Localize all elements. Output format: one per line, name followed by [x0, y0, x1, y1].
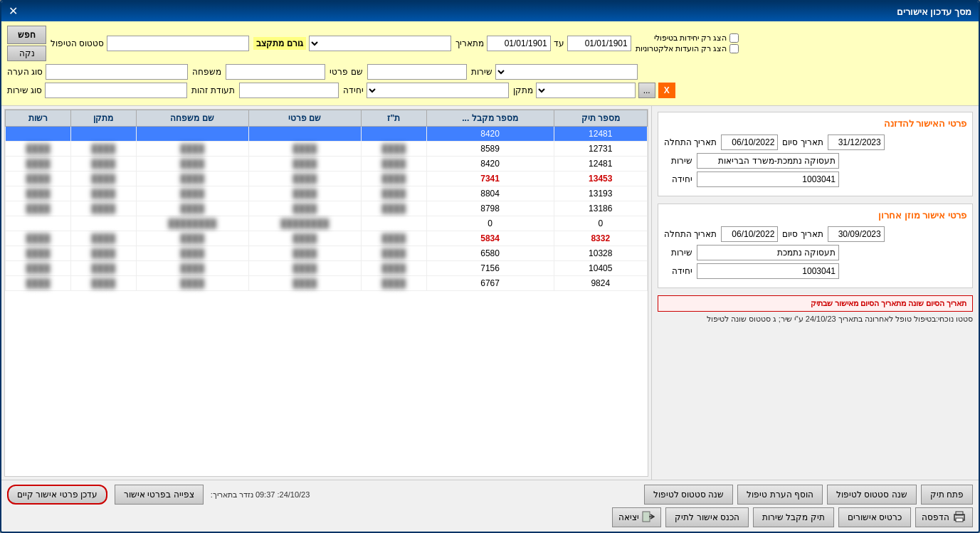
table-cell: ████ [70, 171, 136, 186]
table-cell: ████ [361, 142, 426, 157]
section2-unit[interactable] [697, 263, 839, 279]
data-table: מספר תיק מספר מקבל ... ת"ז שם פרטי שם מש… [5, 110, 648, 291]
table-cell [6, 127, 71, 142]
table-cell: 8804 [426, 186, 554, 201]
btn-update-existing[interactable]: עדכן פרטי אישור קיים [7, 485, 107, 505]
table-cell: ████ [248, 171, 361, 186]
cause-select[interactable] [309, 36, 451, 51]
date-from-input[interactable] [487, 36, 551, 51]
checkbox-electronic[interactable] [729, 44, 739, 53]
id-input[interactable] [239, 83, 339, 98]
btn-approval-cards[interactable]: כרטיס אישורים [838, 507, 911, 527]
section2-start-date[interactable] [721, 226, 778, 242]
table-cell: ████ [248, 201, 361, 216]
first-name-input[interactable] [367, 64, 467, 80]
table-cell: 6767 [426, 276, 554, 291]
main-content: פרטי האישור להדזנה תאריך סיום תאריך התחל… [1, 106, 979, 480]
table-cell: ████ [136, 246, 248, 261]
table-row[interactable]: 104057156████████████████████ [6, 261, 648, 276]
table-cell: ████ [361, 157, 426, 171]
checkbox-units-label[interactable]: הצג רק יחידות בטיפולי [654, 33, 739, 43]
title-bar: מסך עדכון אישורים ✕ [1, 1, 979, 21]
table-cell: ████ [70, 186, 136, 201]
table-cell: ████ [361, 186, 426, 201]
table-row[interactable]: 124818420████████████████████ [6, 157, 648, 171]
table-row[interactable]: 00████████████████ [6, 216, 648, 231]
table-cell: ████ [248, 276, 361, 291]
service-type-input[interactable] [45, 83, 187, 98]
table-cell: 10405 [554, 261, 647, 276]
btn-exit[interactable]: יציאה [612, 507, 661, 527]
section1-service[interactable] [697, 153, 839, 169]
btn-change-status-from[interactable]: שנה סטטוס לטיפול [827, 485, 917, 505]
col-recv-num: מספר מקבל ... [426, 110, 554, 127]
table-cell: ████ [6, 276, 71, 291]
treatment-status-input[interactable] [107, 36, 249, 51]
btn-view-approvals[interactable]: צפייה בפרטי אישור [115, 485, 204, 505]
bottom-row-1: פתח תיק שנה סטטוס לטיפול הוסף הערת טיפול… [7, 485, 973, 505]
table-row[interactable]: 131938804████████████████████ [6, 186, 648, 201]
table-cell: ████ [70, 142, 136, 157]
table-row[interactable]: 98246767████████████████████ [6, 276, 648, 291]
family-name-input[interactable] [226, 64, 325, 80]
table-cell: ████ [6, 231, 71, 246]
btn-change-status-to[interactable]: שנה סטטוס לטיפול [644, 485, 734, 505]
table-cell: 8798 [426, 201, 554, 216]
section1-start-date[interactable] [721, 134, 778, 150]
col-last-name: שם משפחה [136, 110, 248, 127]
checkbox-units[interactable] [729, 33, 739, 43]
col-authority: רשות [6, 110, 71, 127]
section1-dates-row: תאריך סיום תאריך התחלה [664, 134, 966, 150]
table-cell: ████ [136, 231, 248, 246]
col-tz: ת"ז [361, 110, 426, 127]
bottom-row-2: הדפסה כרטיס אישורים תיק מקבל שירות הכנס … [7, 507, 973, 527]
table-row[interactable]: 127318589████████████████████ [6, 142, 648, 157]
table-row[interactable]: 103286580████████████████████ [6, 246, 648, 261]
section2-dates-row: תאריך סיום תאריך התחלה [664, 226, 966, 242]
section1-end-date[interactable] [828, 134, 885, 150]
section2-unit-row: יחידה [664, 263, 966, 279]
table-row[interactable]: 124818420 [6, 127, 648, 142]
checkbox-electronic-label[interactable]: הצג רק הועדות אלקטרוניות [636, 44, 739, 53]
table-header-row: מספר תיק מספר מקבל ... ת"ז שם פרטי שם מש… [6, 110, 648, 127]
note-type-input[interactable] [46, 64, 188, 80]
table-cell: ████ [248, 142, 361, 157]
approval-section-2: פרטי אישור מוזן אחרון תאריך סיום תאריך ה… [658, 204, 973, 288]
service-filter-select[interactable] [495, 64, 638, 80]
btn-open-file[interactable]: פתח תיק [921, 485, 973, 505]
filter-row-3: X ... מתקן יחידה תעודת זהות סוג שירות [7, 83, 973, 98]
section1-service-row: שירות [664, 153, 966, 169]
fixer-dropdown[interactable] [536, 83, 636, 98]
btn-print[interactable]: הדפסה [915, 507, 973, 527]
unit-select[interactable] [367, 83, 509, 98]
table-cell: ████ [6, 246, 71, 261]
table-row[interactable]: 131868798████████████████████ [6, 201, 648, 216]
status-text: סטטו נוכחי:בטיפול טופל לאחרונה בתאריך 24… [658, 315, 973, 324]
main-window: מסך עדכון אישורים ✕ הצג רק יחידות בטיפול… [0, 0, 980, 533]
section1-title: פרטי האישור להדזנה [664, 118, 966, 129]
table-cell: ████ [6, 186, 71, 201]
section1-unit[interactable] [697, 171, 839, 187]
clear-button[interactable]: נקה [7, 46, 46, 61]
section2-end-date[interactable] [828, 226, 885, 242]
timestamp: 24/10/23: 09:37 נזדר בתאריך: [211, 490, 310, 500]
section2-service[interactable] [697, 245, 839, 260]
table-cell: ████ [136, 157, 248, 171]
table-cell [70, 127, 136, 142]
section1-unit-row: יחידה [664, 171, 966, 187]
date-to-input[interactable] [567, 36, 631, 51]
table-row[interactable]: 83325834████████████████████ [6, 231, 648, 246]
table-cell: ████ [361, 246, 426, 261]
close-button[interactable]: ✕ [9, 6, 18, 17]
table-cell: 12731 [554, 142, 647, 157]
data-table-container: מספר תיק מספר מקבל ... ת"ז שם פרטי שם מש… [4, 109, 648, 477]
x-clear-button[interactable]: X [658, 83, 675, 98]
table-cell: ████ [70, 276, 136, 291]
table-cell: ████ [248, 246, 361, 261]
dots-button[interactable]: ... [638, 83, 655, 98]
table-row[interactable]: 134537341████████████████████ [6, 171, 648, 186]
btn-add-treatment-note[interactable]: הוסף הערת טיפול [737, 485, 823, 505]
btn-service-receiver-file[interactable]: תיק מקבל שירות [753, 507, 834, 527]
search-button[interactable]: חפש [7, 26, 46, 44]
btn-enter-approval[interactable]: הכנס אישור לתיק [665, 507, 749, 527]
